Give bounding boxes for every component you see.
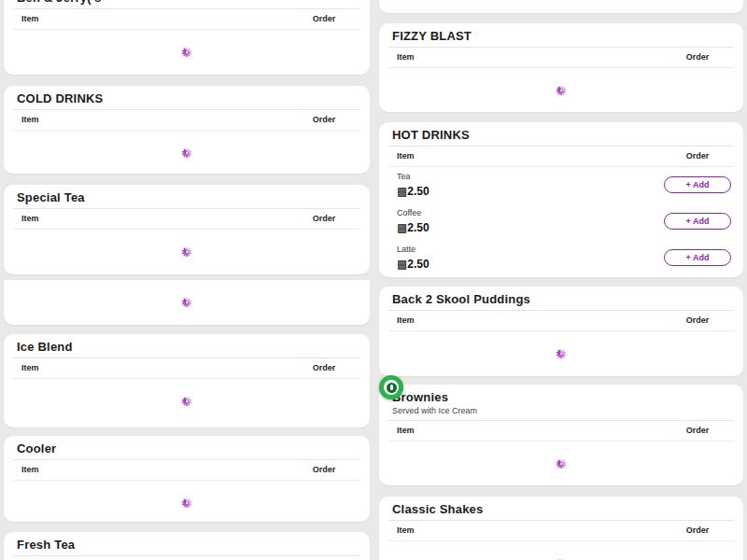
menu-section-card-brownies: BrowniesServed with Ice CreamItemOrder xyxy=(379,385,743,485)
item-column-header: Item xyxy=(397,426,415,436)
section-title: Special Tea xyxy=(17,190,357,204)
order-column-header: Order xyxy=(664,315,731,326)
table-header-row: ItemOrder xyxy=(4,556,370,560)
section-title: Classic Shakes xyxy=(392,502,730,516)
order-column-header: Order xyxy=(290,14,358,24)
loading-indicator xyxy=(4,280,370,325)
menu-item-price: ▩2.50 xyxy=(397,221,430,234)
section-title: HOT DRINKS xyxy=(392,128,730,142)
loading-spinner-icon xyxy=(555,457,568,470)
floating-widget-glyph-icon xyxy=(387,383,397,393)
menu-item-price: ▩2.50 xyxy=(397,185,430,198)
table-header-row: ItemOrder xyxy=(4,9,370,29)
menu-order-page: Ben & Jerry('sItemOrderCOLD DRINKSItemOr… xyxy=(0,0,747,560)
item-column-header: Item xyxy=(21,465,39,475)
loading-spinner-icon xyxy=(180,296,193,309)
order-column-header: Order xyxy=(664,151,731,161)
item-column-header: Item xyxy=(21,214,39,224)
table-header-row: ItemOrder xyxy=(4,209,370,229)
menu-item-row: Latte▩2.50+ Add xyxy=(379,240,743,276)
menu-item-name: Latte xyxy=(397,245,430,255)
section-title: FIZZY BLAST xyxy=(392,29,730,43)
order-column-header: Order xyxy=(664,525,731,536)
add-to-order-button[interactable]: + Add xyxy=(664,176,731,193)
menu-section-card-ben-and-jerrys: Ben & Jerry('sItemOrder xyxy=(4,0,370,75)
section-subtitle: Served with Ice Cream xyxy=(392,406,730,416)
loading-spinner-icon xyxy=(180,147,193,160)
menu-item-row: Coffee▩2.50+ Add xyxy=(379,203,743,240)
menu-item-info: Coffee▩2.50 xyxy=(397,208,430,234)
menu-section-card-fizzy-blast: FIZZY BLASTItemOrder xyxy=(379,23,743,112)
menu-section-card-hot-drinks: HOT DRINKSItemOrderTea▩2.50+ AddCoffee▩2… xyxy=(379,122,743,277)
section-title: Fresh Tea xyxy=(17,538,357,552)
table-header-row: ItemOrder xyxy=(379,311,743,330)
loading-indicator xyxy=(4,481,370,510)
loading-spinner-icon xyxy=(555,84,568,97)
loading-indicator xyxy=(379,441,743,470)
table-header-row: ItemOrder xyxy=(4,460,370,480)
loading-indicator xyxy=(379,541,743,560)
item-column-header: Item xyxy=(21,363,39,373)
order-column-header: Order xyxy=(664,52,731,63)
loading-spinner-icon xyxy=(180,245,193,259)
menu-item-info: Tea▩2.50 xyxy=(397,172,430,198)
loading-spinner-icon xyxy=(180,497,193,510)
loading-indicator xyxy=(4,30,370,59)
item-column-header: Item xyxy=(397,315,415,326)
item-column-header: Item xyxy=(397,52,415,63)
section-title: COLD DRINKS xyxy=(17,91,357,105)
floating-widget-button[interactable] xyxy=(379,375,403,399)
menu-section-card-classic-shakes: Classic ShakesItemOrder xyxy=(379,497,743,560)
section-title: Back 2 Skool Puddings xyxy=(392,292,730,306)
order-column-header: Order xyxy=(664,426,731,436)
table-header-row: ItemOrder xyxy=(379,147,743,166)
item-column-header: Item xyxy=(397,525,415,536)
item-column-header: Item xyxy=(21,115,39,125)
menu-item-price: ▩2.50 xyxy=(397,258,430,271)
loading-spinner-icon xyxy=(180,46,193,59)
order-column-header: Order xyxy=(290,214,358,224)
menu-item-row: Tea▩2.50+ Add xyxy=(379,167,743,203)
section-title: Brownies xyxy=(392,390,730,404)
menu-item-name: Tea xyxy=(397,172,430,182)
menu-item-name: Coffee xyxy=(397,208,430,218)
menu-item-info: Latte▩2.50 xyxy=(397,245,430,271)
loading-indicator xyxy=(4,230,370,259)
order-column-header: Order xyxy=(290,363,358,373)
order-column-header: Order xyxy=(290,465,358,475)
item-column-header: Item xyxy=(397,151,415,161)
menu-section-card-ice-blend: Ice BlendItemOrder xyxy=(4,334,370,427)
add-to-order-button[interactable]: + Add xyxy=(664,213,731,230)
section-title: Cooler xyxy=(17,441,357,455)
loading-spinner-icon xyxy=(180,395,193,408)
floating-widget-ring xyxy=(384,380,399,395)
loading-indicator xyxy=(379,68,743,97)
add-to-order-button[interactable]: + Add xyxy=(664,249,731,266)
loading-indicator xyxy=(379,331,743,360)
menu-section-card-card-bottom-sliver xyxy=(379,0,743,13)
menu-section-card-special-tea: Special TeaItemOrder xyxy=(4,185,370,274)
table-header-row: ItemOrder xyxy=(379,48,743,67)
menu-section-card-cold-drinks: COLD DRINKSItemOrder xyxy=(4,86,370,174)
loading-indicator xyxy=(4,379,370,408)
section-title: Ice Blend xyxy=(17,340,357,354)
table-header-row: ItemOrder xyxy=(379,421,743,441)
order-column-header: Order xyxy=(290,115,358,125)
menu-section-card-back-2-skool-puddings: Back 2 Skool PuddingsItemOrder xyxy=(379,287,743,376)
table-header-row: ItemOrder xyxy=(4,358,370,378)
loading-indicator xyxy=(4,131,370,160)
table-header-row: ItemOrder xyxy=(379,521,743,540)
table-header-row: ItemOrder xyxy=(4,110,370,130)
item-column-header: Item xyxy=(21,14,39,24)
section-title: Ben & Jerry('s xyxy=(17,0,357,5)
menu-section-card-fresh-tea: Fresh TeaItemOrder xyxy=(4,532,370,560)
loading-spinner-icon xyxy=(555,347,568,360)
menu-section-card-loading-fragment xyxy=(4,280,370,325)
menu-section-card-cooler: CoolerItemOrder xyxy=(4,436,370,522)
